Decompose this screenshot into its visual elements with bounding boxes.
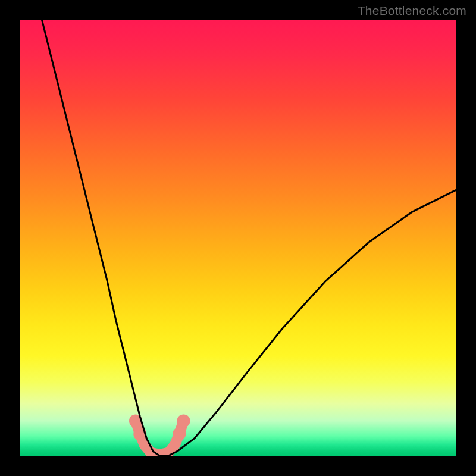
watermark-text: TheBottleneck.com [358,4,466,18]
svg-point-3 [177,414,190,427]
chart-frame: TheBottleneck.com [0,0,476,476]
bottleneck-curve [42,20,456,456]
plot-area [20,20,456,456]
svg-point-2 [173,427,186,440]
curve-layer [20,20,456,456]
